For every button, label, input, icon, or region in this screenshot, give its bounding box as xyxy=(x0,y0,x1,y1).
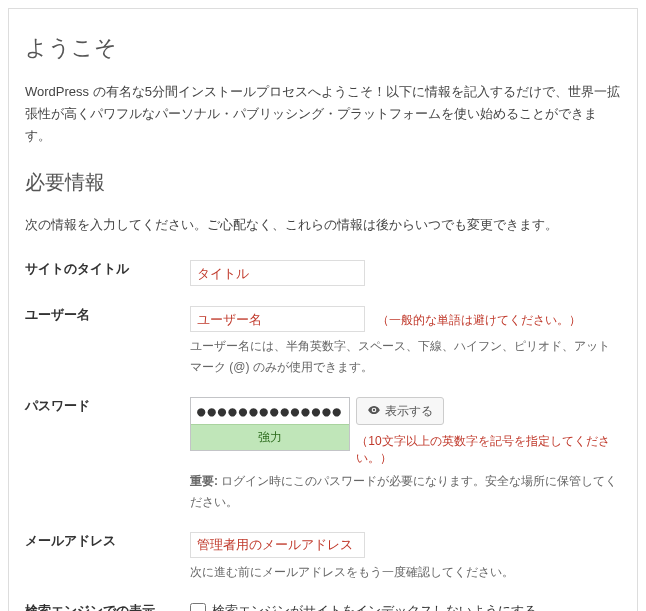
email-label: メールアドレス xyxy=(25,522,190,592)
password-desc-prefix: 重要: xyxy=(190,474,218,488)
username-input[interactable] xyxy=(190,306,365,332)
welcome-heading: ようこそ xyxy=(25,33,621,63)
show-password-button[interactable]: 表示する xyxy=(356,397,444,425)
username-label: ユーザー名 xyxy=(25,296,190,387)
site-title-input[interactable] xyxy=(190,260,365,286)
eye-icon xyxy=(367,403,381,420)
search-visibility-checkbox-label: 検索エンジンがサイトをインデックスしないようにする xyxy=(212,602,537,611)
info-heading: 必要情報 xyxy=(25,169,621,196)
username-hint: （一般的な単語は避けてください。） xyxy=(377,313,581,327)
password-strength: 強力 xyxy=(191,424,349,450)
show-password-label: 表示する xyxy=(385,403,433,420)
password-input[interactable] xyxy=(191,398,349,424)
search-visibility-row[interactable]: 検索エンジンがサイトをインデックスしないようにする xyxy=(190,602,621,611)
email-input[interactable] xyxy=(190,532,365,558)
email-desc: 次に進む前にメールアドレスをもう一度確認してください。 xyxy=(190,562,621,582)
password-label: パスワード xyxy=(25,387,190,522)
username-desc: ユーザー名には、半角英数字、スペース、下線、ハイフン、ピリオド、アットマーク (… xyxy=(190,336,621,377)
info-sub: 次の情報を入力してください。ご心配なく、これらの情報は後からいつでも変更できます… xyxy=(25,214,621,236)
site-title-label: サイトのタイトル xyxy=(25,250,190,296)
password-hint: （10文字以上の英数字を記号を指定してください。） xyxy=(356,433,621,467)
welcome-intro: WordPress の有名な5分間インストールプロセスへようこそ！以下に情報を記… xyxy=(25,81,621,147)
password-desc: 重要: ログイン時にこのパスワードが必要になります。安全な場所に保管してください… xyxy=(190,471,621,512)
search-visibility-checkbox[interactable] xyxy=(190,603,206,611)
search-visibility-label: 検索エンジンでの表示 xyxy=(25,592,190,611)
